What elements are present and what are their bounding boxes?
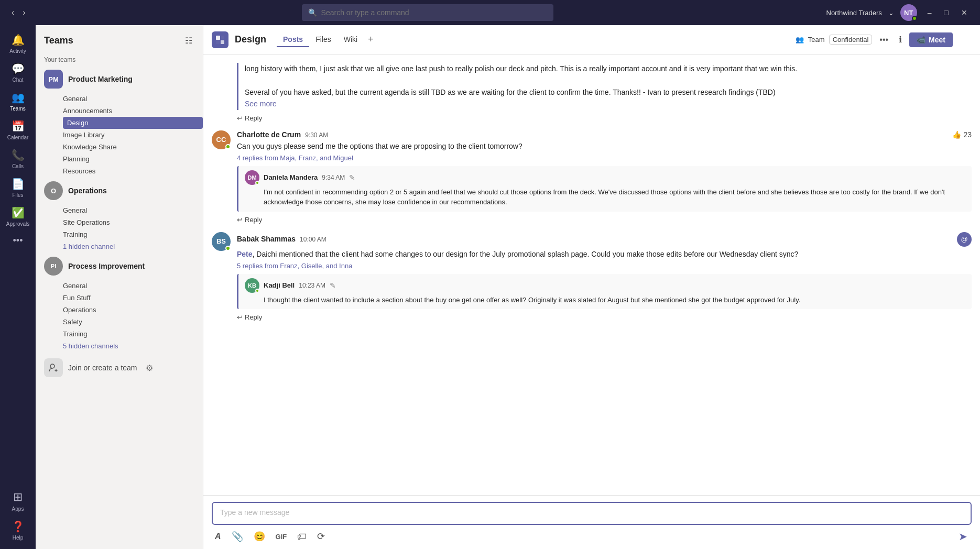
maximize-button[interactable]: □ [940,6,953,19]
sidebar-item-calls[interactable]: 📞 Calls [0,145,36,173]
messages-area[interactable]: long history with them, I just ask that … [203,54,980,495]
message-3-body-text: , Daichi mentioned that the client had s… [253,250,799,258]
message-3-avatar: BS [212,232,231,251]
dropdown-icon: ⌄ [888,9,894,17]
search-input[interactable] [321,8,547,17]
search-bar[interactable]: 🔍 [302,4,553,21]
reply-button-1[interactable]: ↩ Reply [237,114,262,122]
channel-design-pm[interactable]: Design [63,117,203,129]
format-button[interactable]: A [212,530,224,543]
reply-row-2: ↩ Reply [237,216,972,224]
channel-operations-pi[interactable]: Operations [63,304,203,316]
channel-general-pi[interactable]: General [63,280,203,292]
emoji-button[interactable]: 😊 [251,529,268,544]
team-item-operations[interactable]: O Operations ··· [36,177,203,204]
files-label: Files [12,192,23,198]
sidebar-item-chat[interactable]: 💬 Chat [0,58,36,87]
threaded-reply-3: KB Kadji Bell 10:23 AM ✎ I thought the c… [237,274,972,310]
channel-fun-stuff-pi[interactable]: Fun Stuff [63,292,203,304]
user-avatar[interactable]: NT [900,4,917,21]
sticker-button[interactable]: 🏷 [294,529,310,544]
message-3-row: BS Babak Shammas 10:00 AM @ Pete, Daichi… [212,232,972,260]
team-name-product-marketing: Product Marketing [68,75,176,83]
message-3-sender: Babak Shammas [237,235,296,243]
approvals-icon: ✅ [12,206,25,219]
channel-list-operations: General Site Operations Training 1 hidde… [36,204,203,252]
title-bar-left: ‹ › [8,6,29,19]
see-more-link[interactable]: See more [245,100,277,108]
channel-training-pi[interactable]: Training [63,328,203,340]
chat-label: Chat [12,77,23,83]
sidebar-item-help[interactable]: ❓ Help [0,516,36,545]
nav-forward-button[interactable]: › [19,6,28,19]
channel-announcements-pm[interactable]: Announcements [63,105,203,117]
minimize-button[interactable]: – [923,6,936,19]
close-button[interactable]: ✕ [957,6,972,19]
sidebar-item-calendar[interactable]: 📅 Calendar [0,116,36,145]
chat-icon: 💬 [12,62,25,75]
info-button[interactable]: ℹ [896,32,905,47]
activity-label: Activity [9,48,26,54]
sidebar-item-activity[interactable]: 🔔 Activity [0,29,36,58]
thread-status-3 [255,289,259,293]
thread-time-2: 9:34 AM [322,174,345,181]
nav-back-button[interactable]: ‹ [8,6,17,19]
svg-rect-4 [221,40,224,44]
channel-safety-pi[interactable]: Safety [63,316,203,328]
hidden-channel-ops[interactable]: 1 hidden channel [63,240,203,252]
reply-button-3[interactable]: ↩ Reply [237,313,262,321]
sidebar-item-teams[interactable]: 👥 Teams [0,87,36,116]
message-input-area: Type a new message A 📎 😊 GIF 🏷 ⟳ ➤ [203,495,980,549]
channel-resources-pm[interactable]: Resources [63,165,203,177]
sidebar-item-apps[interactable]: ⊞ Apps [0,486,36,516]
join-team-settings[interactable]: ⚙ [143,362,156,374]
reply-icon-1: ↩ [237,114,243,122]
tab-wiki[interactable]: Wiki [337,32,364,47]
meet-expand-button[interactable]: ⌄ [957,32,972,47]
team-item-process-improvement[interactable]: PI Process Improvement ··· [36,252,203,280]
channel-knowledge-share-pm[interactable]: Knowledge Share [63,141,203,153]
send-button[interactable]: ➤ [954,528,972,545]
thread-avatar-3: KB [245,278,259,293]
channel-general-pm[interactable]: General [63,93,203,105]
sidebar-item-more[interactable]: ••• [0,231,36,250]
channel-general-ops[interactable]: General [63,204,203,216]
sidebar-item-files[interactable]: 📄 Files [0,173,36,202]
header-right: 👥 Team Confidential ••• ℹ 📹 Meet ⌄ [796,32,972,47]
meet-button[interactable]: 📹 Meet [909,32,953,47]
more-options-button[interactable]: ••• [876,33,891,47]
edit-icon-2: ✎ [349,173,355,182]
attach-button[interactable]: 📎 [228,529,246,544]
message-2-body: Can you guys please send me the options … [237,141,972,152]
channel-planning-pm[interactable]: Planning [63,153,203,165]
message-input-box[interactable]: Type a new message [212,502,972,525]
tab-posts[interactable]: Posts [277,32,309,47]
channel-site-operations[interactable]: Site Operations [63,216,203,228]
reply-count-2[interactable]: 4 replies from Maja, Franz, and Miguel [237,154,972,162]
teams-title: Teams [44,35,73,46]
message-group-1: long history with them, I just ask that … [212,63,972,122]
channel-training-ops[interactable]: Training [63,228,203,240]
sidebar-item-approvals[interactable]: ✅ Approvals [0,202,36,231]
gif-button[interactable]: GIF [273,531,290,543]
loop-button[interactable]: ⟳ [314,529,328,544]
add-tab-button[interactable]: + [364,32,378,47]
join-create-team[interactable]: Join or create a team ⚙ [36,352,203,383]
reply-button-2[interactable]: ↩ Reply [237,216,262,224]
channel-icon [212,31,228,48]
thread-sender-3: Kadji Bell [264,281,295,289]
files-icon: 📄 [12,178,25,190]
main-layout: 🔔 Activity 💬 Chat 👥 Teams 📅 Calendar 📞 C… [0,25,980,549]
channel-list-process-improvement: General Fun Stuff Operations Safety Trai… [36,280,203,352]
reply-label-1: Reply [245,114,262,122]
tab-files[interactable]: Files [309,32,337,47]
teams-filter-button[interactable]: ☷ [183,34,194,48]
reply-row-1: ↩ Reply [237,114,972,122]
user-name[interactable]: Northwind Traders [826,9,882,17]
message-2-likes: 👍 23 [952,130,972,139]
reply-count-3[interactable]: 5 replies from Franz, Giselle, and Inna [237,262,972,270]
channel-image-library-pm[interactable]: Image Library [63,129,203,141]
team-item-product-marketing[interactable]: PM Product Marketing ··· [36,65,203,93]
message-group-2: CC Charlotte de Crum 9:30 AM 👍 23 Can yo… [212,130,972,224]
hidden-channel-pi[interactable]: 5 hidden channels [63,340,203,352]
